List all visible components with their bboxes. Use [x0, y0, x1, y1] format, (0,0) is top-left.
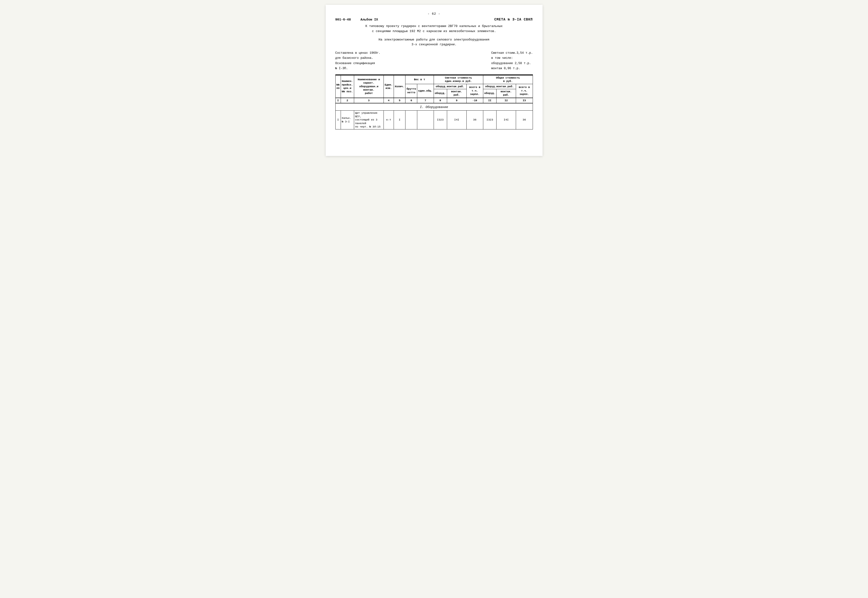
- th-oborud2: оборуд.: [483, 89, 496, 98]
- th-vsego1: всего в т.ч.зарпл.: [467, 84, 483, 98]
- table-container: №№пп Наимен.прейск.цен.и№№ поз. Наименов…: [336, 75, 533, 149]
- document-header: 901-6-48 Альбом IX СМЕТА № Э-IA СВКП: [336, 18, 533, 21]
- cn-2: 2: [341, 98, 354, 103]
- th-smet-sub: оборуд.монтаж.раб.: [434, 84, 467, 89]
- work-title-line1: На электромонтажные работы для силового …: [336, 37, 533, 42]
- cn-1: I: [336, 98, 341, 103]
- th-total-sub: оборуд.монтаж.раб.: [483, 84, 516, 89]
- cn-9: 9: [447, 98, 467, 103]
- meta-right: Сметная стоим.3,54 т.р. в том числе: обо…: [491, 51, 533, 71]
- row1-col13: 36: [516, 111, 532, 129]
- row1-col10: 36: [467, 111, 483, 129]
- meta-left-line1: Составлена в ценах 1969г.: [336, 51, 380, 56]
- cn-8: 8: [434, 98, 447, 103]
- meta-section: Составлена в ценах 1969г. для базисного …: [336, 51, 533, 71]
- work-description: На электромонтажные работы для силового …: [336, 37, 533, 48]
- row1-col11: I323: [483, 111, 496, 129]
- cn-10: ·10: [467, 98, 483, 103]
- section-title-row: I. Оборудование: [336, 103, 532, 111]
- th-ves: Вес в т: [406, 75, 434, 84]
- row1-col3: Щит управления ЩСУ,состоящий из 3 панеле…: [354, 111, 383, 129]
- row1-col6: [406, 111, 417, 129]
- th-smet: Сметная стоимостьедин.измер.в руб.: [434, 75, 483, 84]
- page-number: - 62 -: [336, 12, 533, 16]
- th-brutto: бруттонетто: [406, 84, 417, 98]
- row1-col8: I323: [434, 111, 447, 129]
- document-page: - 62 - 901-6-48 Альбом IX СМЕТА № Э-IA С…: [326, 5, 543, 156]
- meta-right-line2: в том числе:: [491, 56, 533, 61]
- th-num: №№пп: [336, 75, 341, 98]
- th-naimen: Наимен.прейск.цен.и№№ поз.: [341, 75, 354, 98]
- th-oborud1: оборуд.: [434, 89, 447, 98]
- description-line1: К типовому проекту градирен с вентилятор…: [336, 24, 533, 29]
- row1-col1: I: [336, 111, 341, 129]
- th-vsego2: всего в т.ч.зарпл.: [516, 84, 532, 98]
- row1-col5: I: [394, 111, 406, 129]
- smeta-title: СМЕТА № Э-IA СВКП: [494, 18, 533, 21]
- row1-col9: I4I: [447, 111, 467, 129]
- table-row: I Кальк.№ Э-I Щит управления ЩСУ,состоящ…: [336, 111, 532, 129]
- cn-4: 4: [383, 98, 394, 103]
- description-block: К типовому проекту градирен с вентилятор…: [336, 24, 533, 34]
- th-char: Наименование и характ.оборудован.и монта…: [354, 75, 383, 98]
- cn-3: 3: [354, 98, 383, 103]
- left-header: 901-6-48 Альбом IX: [336, 18, 378, 21]
- th-montazh1: монтаж. раб.: [447, 89, 467, 98]
- th-ed: Един.изм.: [383, 75, 394, 98]
- row1-col7: [417, 111, 434, 129]
- empty-row-1: [336, 129, 532, 149]
- section-title-cell: I. Оборудование: [336, 103, 532, 111]
- th-kol: Колич.: [394, 75, 406, 98]
- row1-col4: к-т: [383, 111, 394, 129]
- th-montazh2: монтаж. раб.: [497, 89, 516, 98]
- work-title-line2: 3-х секционной градирни.: [336, 42, 533, 47]
- meta-left-line4: № I-ЭП.: [336, 66, 380, 71]
- cn-13: I3: [516, 98, 532, 103]
- album-label: Альбом IX: [360, 18, 378, 21]
- doc-id: 901-6-48: [336, 18, 351, 21]
- cn-7: 7: [417, 98, 434, 103]
- cn-11: II: [483, 98, 496, 103]
- meta-left: Составлена в ценах 1969г. для базисного …: [336, 51, 380, 71]
- meta-left-line2: для базисного района.: [336, 56, 380, 61]
- row1-col2: Кальк.№ Э-I: [341, 111, 354, 129]
- header-row-1: №№пп Наимен.прейск.цен.и№№ поз. Наименов…: [336, 75, 532, 84]
- meta-right-line1: Сметная стоим.3,54 т.р.: [491, 51, 533, 56]
- cn-5: 5: [394, 98, 406, 103]
- main-table: №№пп Наимен.прейск.цен.и№№ поз. Наименов…: [336, 75, 533, 149]
- th-total: Общая стоимостьв руб.: [483, 75, 532, 84]
- meta-left-line3: Основание спецификация: [336, 61, 380, 66]
- column-numbers-row: I 2 3 4 5 6 7 8 9 ·10 II I2 I3: [336, 98, 532, 103]
- description-line2: с секциями площадью 192 М2 с каркасом из…: [336, 29, 533, 34]
- row1-col12: I4I: [497, 111, 516, 129]
- th-ed-ob: един.общ.: [417, 84, 434, 98]
- cn-6: 6: [406, 98, 417, 103]
- meta-right-line3: оборудование 2,58 т.р.: [491, 61, 533, 66]
- cn-12: I2: [497, 98, 516, 103]
- meta-right-line4: монтаж 0,96 т.р.: [491, 66, 533, 71]
